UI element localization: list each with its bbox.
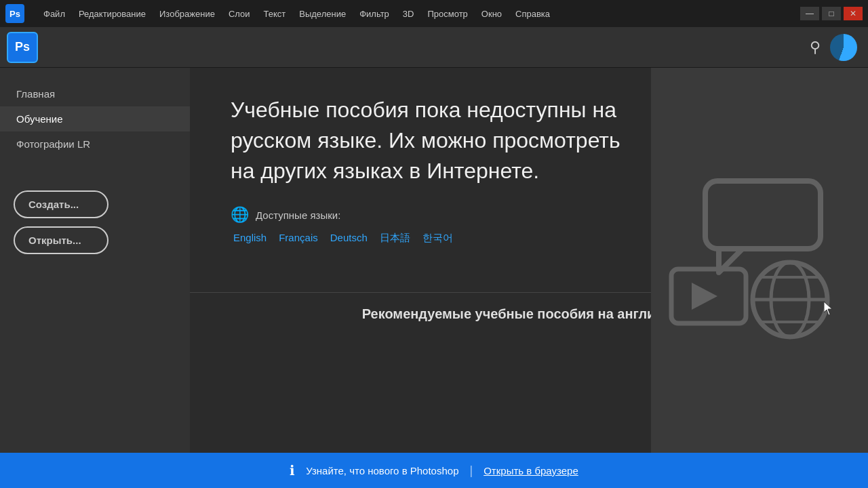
- bottom-banner: ℹ Узнайте, что нового в Photoshop | Откр…: [0, 453, 868, 488]
- sidebar-spacer2: [0, 170, 190, 184]
- language-links: EnglishFrançaisDeutsch日本語한국어: [231, 232, 624, 245]
- lang-link-Deutsch[interactable]: Deutsch: [330, 232, 368, 245]
- sidebar-item-learn[interactable]: Обучение: [0, 106, 190, 131]
- sidebar: Главная Обучение Фотографии LR Создать..…: [0, 68, 190, 453]
- menu-item-редактирование[interactable]: Редактирование: [73, 6, 151, 22]
- svg-marker-8: [692, 283, 717, 310]
- main-content: Учебные пособия пока недоступны на русск…: [190, 68, 868, 453]
- title-bar: Ps ФайлРедактированиеИзображениеСлоиТекс…: [0, 0, 868, 27]
- menu-item-просмотр[interactable]: Просмотр: [422, 6, 473, 22]
- menu-item-выделение[interactable]: Выделение: [294, 6, 351, 22]
- open-button[interactable]: Открыть...: [14, 226, 108, 254]
- main-container: Главная Обучение Фотографии LR Создать..…: [0, 68, 868, 453]
- close-button[interactable]: ✕: [844, 7, 863, 20]
- menu-item-файл[interactable]: Файл: [38, 6, 71, 22]
- info-icon: ℹ: [290, 462, 295, 479]
- illustration-area: [651, 68, 868, 453]
- sidebar-item-lr[interactable]: Фотографии LR: [0, 131, 190, 157]
- menu-item-слои[interactable]: Слои: [223, 6, 256, 22]
- ps-logo: Ps: [7, 32, 38, 63]
- minimize-button[interactable]: —: [800, 7, 819, 20]
- menu-item-изображение[interactable]: Изображение: [154, 6, 220, 22]
- ps-logo-small: Ps: [5, 4, 24, 23]
- lang-link-English[interactable]: English: [233, 232, 267, 245]
- menu-item-фильтр[interactable]: Фильтр: [354, 6, 395, 22]
- sidebar-item-home[interactable]: Главная: [0, 81, 190, 106]
- menu-bar: ФайлРедактированиеИзображениеСлоиТекстВы…: [38, 6, 555, 22]
- lang-link-Français[interactable]: Français: [279, 232, 318, 245]
- banner-link[interactable]: Открыть в браузере: [484, 465, 578, 476]
- lang-link-한국어[interactable]: 한국어: [422, 232, 453, 245]
- available-label: Доступные языки:: [256, 209, 340, 221]
- banner-text: Узнайте, что нового в Photoshop: [306, 465, 458, 476]
- globe-icon: 🌐: [231, 206, 249, 224]
- content-inner: Учебные пособия пока недоступны на русск…: [190, 68, 665, 272]
- menu-item-текст[interactable]: Текст: [258, 6, 292, 22]
- search-button[interactable]: ⚲: [810, 39, 821, 56]
- menu-item-3d[interactable]: 3D: [397, 6, 420, 22]
- available-languages-row: 🌐 Доступные языки:: [231, 206, 624, 224]
- menu-item-окно[interactable]: Окно: [476, 6, 507, 22]
- header-right: ⚲: [810, 34, 857, 61]
- title-bar-left: Ps ФайлРедактированиеИзображениеСлоиТекс…: [5, 4, 555, 23]
- window-controls: — □ ✕: [800, 7, 863, 20]
- menu-item-справка[interactable]: Справка: [510, 6, 555, 22]
- sidebar-action-buttons: Создать... Открыть...: [0, 184, 190, 261]
- restore-button[interactable]: □: [822, 7, 841, 20]
- user-avatar[interactable]: [830, 34, 857, 61]
- lang-link-日本語[interactable]: 日本語: [380, 232, 410, 245]
- main-message: Учебные пособия пока недоступны на русск…: [231, 95, 624, 186]
- app-header: Ps ⚲: [0, 27, 868, 68]
- svg-rect-0: [705, 181, 821, 249]
- illustration: [665, 174, 854, 346]
- create-button[interactable]: Создать...: [14, 190, 108, 218]
- sidebar-spacer: [0, 157, 190, 170]
- banner-divider: |: [470, 464, 473, 478]
